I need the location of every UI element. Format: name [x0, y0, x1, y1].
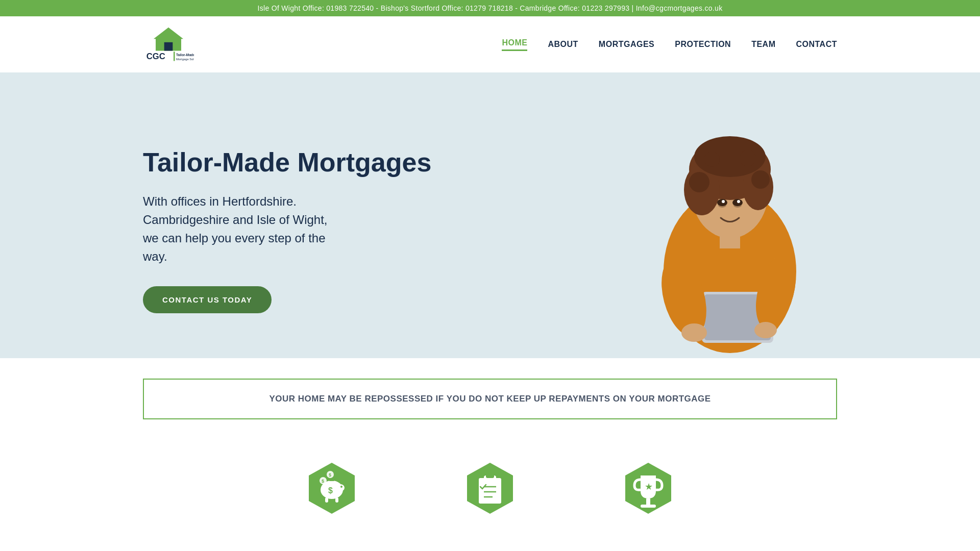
- nav-item-mortgages[interactable]: MORTGAGES: [599, 40, 654, 49]
- svg-rect-43: [486, 474, 494, 478]
- svg-rect-17: [720, 231, 740, 248]
- icons-section: $ $ $: [0, 440, 980, 547]
- warning-section: YOUR HOME MAY BE REPOSSESSED IF YOU DO N…: [0, 358, 980, 440]
- svg-point-14: [751, 170, 770, 189]
- svg-point-29: [737, 200, 740, 203]
- svg-text:Tailor-Made: Tailor-Made: [176, 53, 194, 57]
- hero-image: [623, 103, 837, 358]
- svg-point-22: [681, 323, 707, 342]
- svg-point-32: [340, 486, 342, 488]
- icon-item-2: [462, 460, 518, 516]
- logo-container: CGC Tailor-Made Mortgage Solutions: [143, 24, 194, 65]
- main-nav: HOME ABOUT MORTGAGES PROTECTION TEAM CON…: [502, 38, 837, 51]
- nav-item-contact[interactable]: CONTACT: [796, 40, 837, 49]
- svg-text:CGC: CGC: [146, 52, 165, 61]
- svg-text:★: ★: [645, 482, 653, 492]
- top-bar-text: Isle Of Wight Office: 01983 722540 - Bis…: [258, 4, 723, 12]
- svg-rect-41: [479, 478, 501, 504]
- svg-text:$: $: [328, 486, 333, 495]
- svg-point-31: [336, 484, 345, 491]
- svg-rect-35: [335, 497, 338, 503]
- svg-rect-48: [641, 505, 656, 508]
- nav-item-home[interactable]: HOME: [502, 38, 527, 51]
- hero-content: Tailor-Made Mortgages With offices in He…: [143, 148, 431, 313]
- svg-rect-33: [329, 480, 334, 481]
- svg-text:$: $: [329, 472, 331, 478]
- svg-text:Mortgage Solutions: Mortgage Solutions: [176, 58, 194, 61]
- trophy-icon: ★: [620, 460, 676, 516]
- svg-rect-4: [174, 52, 175, 61]
- svg-text:$: $: [322, 479, 324, 484]
- savings-icon: $ $ $: [304, 460, 360, 516]
- icon-item-3: ★: [620, 460, 676, 516]
- header: CGC Tailor-Made Mortgage Solutions HOME …: [0, 16, 980, 72]
- svg-rect-47: [646, 498, 650, 505]
- svg-point-13: [689, 172, 709, 192]
- svg-point-16: [740, 150, 756, 166]
- hero-title: Tailor-Made Mortgages: [143, 148, 431, 177]
- svg-rect-2: [164, 42, 173, 51]
- hero-subtitle: With offices in Hertfordshire. Cambridge…: [143, 192, 431, 266]
- svg-rect-34: [325, 497, 328, 503]
- svg-point-28: [722, 200, 725, 203]
- warning-box: YOUR HOME MAY BE REPOSSESSED IF YOU DO N…: [143, 379, 837, 419]
- contact-us-today-button[interactable]: CONTACT US TODAY: [143, 286, 272, 313]
- checklist-icon: [462, 460, 518, 516]
- svg-point-23: [754, 322, 777, 338]
- logo-image: CGC Tailor-Made Mortgage Solutions: [143, 24, 194, 65]
- hero-section: Tailor-Made Mortgages With offices in He…: [0, 72, 980, 358]
- svg-point-15: [704, 152, 720, 167]
- nav-item-about[interactable]: ABOUT: [548, 40, 578, 49]
- nav-item-protection[interactable]: PROTECTION: [675, 40, 731, 49]
- icon-item-1: $ $ $: [304, 460, 360, 516]
- nav-item-team[interactable]: TEAM: [751, 40, 775, 49]
- person-illustration: [623, 108, 837, 358]
- warning-text: YOUR HOME MAY BE REPOSSESSED IF YOU DO N…: [269, 394, 710, 404]
- top-bar: Isle Of Wight Office: 01983 722540 - Bis…: [0, 0, 980, 16]
